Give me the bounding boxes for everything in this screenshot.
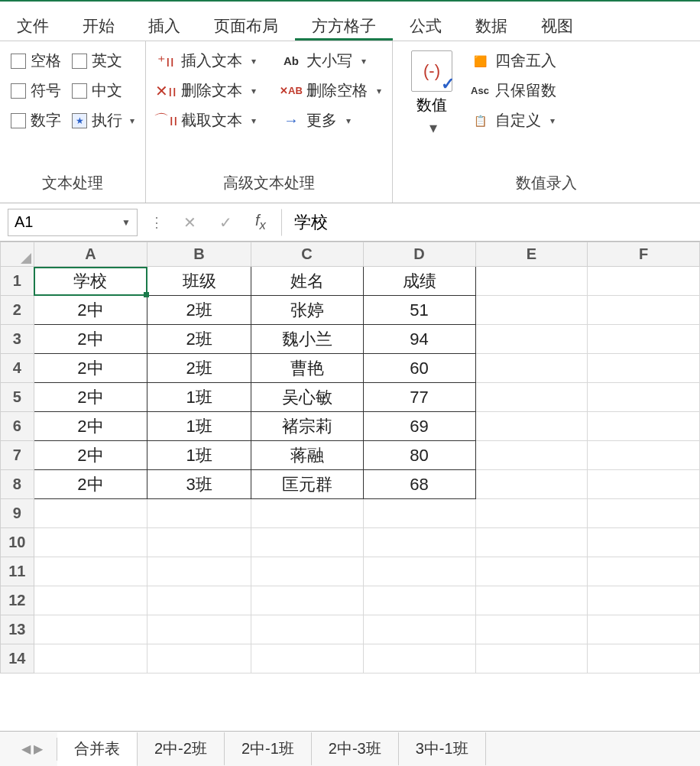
- cell-B2[interactable]: 2班: [147, 296, 251, 325]
- row-header-2[interactable]: 2: [1, 296, 34, 325]
- cell-E10[interactable]: [475, 528, 588, 557]
- btn-case[interactable]: Ab大小写▾: [282, 50, 381, 71]
- cell-C10[interactable]: [251, 528, 363, 557]
- cell-C4[interactable]: 曹艳: [251, 354, 363, 383]
- row-header-5[interactable]: 5: [1, 383, 34, 412]
- cell-D8[interactable]: 68: [363, 470, 475, 499]
- cell-C13[interactable]: [251, 615, 363, 644]
- cell-A3[interactable]: 2中: [34, 325, 147, 354]
- chk-symbol[interactable]: 符号: [11, 80, 61, 101]
- sheet-tab-4[interactable]: 3中-1班: [399, 732, 486, 765]
- cell-C5[interactable]: 吴心敏: [251, 383, 363, 412]
- cell-A14[interactable]: [34, 644, 147, 673]
- accept-formula-button[interactable]: ✓: [212, 213, 240, 232]
- cell-C3[interactable]: 魏小兰: [251, 325, 363, 354]
- col-header-A[interactable]: A: [34, 242, 147, 267]
- row-header-14[interactable]: 14: [1, 644, 34, 673]
- cell-D1[interactable]: 成绩: [363, 267, 475, 296]
- cell-F2[interactable]: [588, 296, 700, 325]
- cell-E11[interactable]: [475, 557, 588, 586]
- cell-A4[interactable]: 2中: [34, 354, 147, 383]
- cell-E1[interactable]: [475, 267, 588, 296]
- cell-D6[interactable]: 69: [363, 412, 475, 441]
- cell-F11[interactable]: [588, 557, 700, 586]
- cell-D13[interactable]: [363, 615, 475, 644]
- cell-E3[interactable]: [475, 325, 588, 354]
- btn-extract-text[interactable]: ⌒ıı截取文本▾: [157, 110, 256, 131]
- cell-E4[interactable]: [475, 354, 588, 383]
- cell-E7[interactable]: [475, 441, 588, 470]
- tab-insert[interactable]: 插入: [131, 8, 197, 41]
- cell-F13[interactable]: [588, 615, 700, 644]
- sheet-nav-next[interactable]: ▶: [34, 742, 43, 756]
- cell-E5[interactable]: [475, 383, 588, 412]
- cell-D4[interactable]: 60: [363, 354, 475, 383]
- cell-B4[interactable]: 2班: [147, 354, 251, 383]
- formula-input[interactable]: 学校: [281, 209, 692, 236]
- row-header-13[interactable]: 13: [1, 615, 34, 644]
- row-header-1[interactable]: 1: [1, 267, 34, 296]
- cell-F8[interactable]: [588, 470, 700, 499]
- cell-A8[interactable]: 2中: [34, 470, 147, 499]
- cell-B1[interactable]: 班级: [147, 267, 251, 296]
- row-header-6[interactable]: 6: [1, 412, 34, 441]
- cell-A9[interactable]: [34, 499, 147, 528]
- cell-C14[interactable]: [251, 644, 363, 673]
- chk-space[interactable]: 空格: [11, 50, 61, 71]
- select-all-corner[interactable]: [1, 242, 34, 267]
- tab-page-layout[interactable]: 页面布局: [197, 8, 295, 41]
- cell-A11[interactable]: [34, 557, 147, 586]
- cell-B12[interactable]: [147, 586, 251, 615]
- fx-icon[interactable]: fx: [248, 212, 274, 233]
- col-header-B[interactable]: B: [147, 242, 251, 267]
- cell-B7[interactable]: 1班: [147, 441, 251, 470]
- cell-B5[interactable]: 1班: [147, 383, 251, 412]
- cell-A13[interactable]: [34, 615, 147, 644]
- col-header-F[interactable]: F: [588, 242, 700, 267]
- tab-file[interactable]: 文件: [0, 8, 66, 41]
- btn-insert-text[interactable]: ⁺ıı插入文本▾: [157, 50, 256, 71]
- btn-more[interactable]: →更多▾: [282, 110, 381, 131]
- tab-fanggezi[interactable]: 方方格子: [295, 8, 393, 41]
- cell-B13[interactable]: [147, 615, 251, 644]
- cell-C8[interactable]: 匡元群: [251, 470, 363, 499]
- cell-F10[interactable]: [588, 528, 700, 557]
- cell-C6[interactable]: 褚宗莉: [251, 412, 363, 441]
- cell-D11[interactable]: [363, 557, 475, 586]
- cancel-formula-button[interactable]: ✕: [176, 213, 204, 232]
- cell-D9[interactable]: [363, 499, 475, 528]
- btn-custom[interactable]: 📋自定义▾: [471, 110, 556, 131]
- cell-D2[interactable]: 51: [363, 296, 475, 325]
- cell-D7[interactable]: 80: [363, 441, 475, 470]
- cell-B3[interactable]: 2班: [147, 325, 251, 354]
- cell-F9[interactable]: [588, 499, 700, 528]
- tab-view[interactable]: 视图: [524, 8, 590, 41]
- row-header-4[interactable]: 4: [1, 354, 34, 383]
- sheet-tab-3[interactable]: 2中-3班: [312, 732, 399, 765]
- sheet-tab-2[interactable]: 2中-1班: [225, 732, 312, 765]
- row-header-7[interactable]: 7: [1, 441, 34, 470]
- tab-formula[interactable]: 公式: [393, 8, 459, 41]
- chk-number[interactable]: 数字: [11, 110, 61, 131]
- cell-E2[interactable]: [475, 296, 588, 325]
- cell-A6[interactable]: 2中: [34, 412, 147, 441]
- row-header-12[interactable]: 12: [1, 586, 34, 615]
- cell-C12[interactable]: [251, 586, 363, 615]
- cell-E6[interactable]: [475, 412, 588, 441]
- cell-D12[interactable]: [363, 586, 475, 615]
- cell-E9[interactable]: [475, 499, 588, 528]
- cell-C2[interactable]: 张婷: [251, 296, 363, 325]
- cell-A10[interactable]: [34, 528, 147, 557]
- cell-E13[interactable]: [475, 615, 588, 644]
- cell-F1[interactable]: [588, 267, 700, 296]
- cell-F6[interactable]: [588, 412, 700, 441]
- cell-A12[interactable]: [34, 586, 147, 615]
- cell-C7[interactable]: 蒋融: [251, 441, 363, 470]
- cell-F7[interactable]: [588, 441, 700, 470]
- cell-C1[interactable]: 姓名: [251, 267, 363, 296]
- col-header-D[interactable]: D: [363, 242, 475, 267]
- cell-F12[interactable]: [588, 586, 700, 615]
- btn-round[interactable]: 🟧四舍五入: [471, 50, 556, 71]
- cell-F5[interactable]: [588, 383, 700, 412]
- row-header-9[interactable]: 9: [1, 499, 34, 528]
